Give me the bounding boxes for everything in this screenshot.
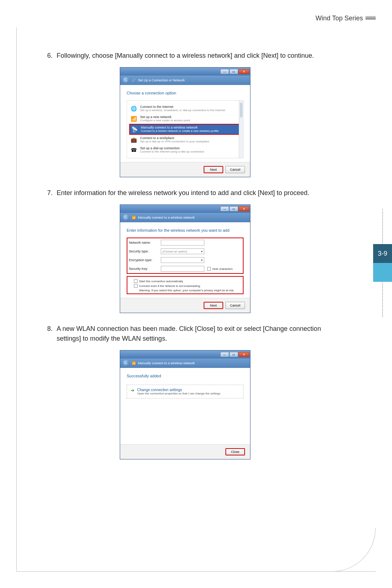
step-6-text: 6. Followingly, choose [Manually connect… — [47, 51, 323, 61]
form-checkboxes-highlight: Start this connection automatically Conn… — [127, 276, 244, 294]
dialog3-header: ← 📶 Manually connect to a wireless netwo… — [120, 358, 250, 368]
checkbox-connect-not-broadcasting[interactable]: Connect even if the network is not broad… — [134, 284, 241, 288]
option-desc: Connect to a hidden network or create a … — [141, 129, 220, 133]
page-content: 6. Followingly, choose [Manually connect… — [47, 51, 323, 470]
dialog3-titlebar: — ▭ ✕ — [120, 350, 250, 358]
scrollbar[interactable] — [239, 101, 243, 158]
maximize-button[interactable]: ▭ — [229, 206, 238, 211]
cancel-button[interactable]: Cancel — [225, 166, 245, 173]
cancel-button[interactable]: Cancel — [225, 302, 245, 309]
checkbox-hide-characters[interactable]: Hide characters — [207, 267, 233, 271]
dialog3-footer: Close — [120, 444, 250, 459]
dialog1-body: Choose a connection option 🌐 Connect to … — [120, 85, 250, 162]
link-title: Change connection settings — [137, 388, 221, 392]
step-7-body: Enter information for the wireless netwo… — [57, 188, 309, 198]
step-7-text: 7. Enter information for the wireless ne… — [47, 188, 323, 198]
close-button[interactable]: Close — [225, 448, 245, 455]
dialog-enter-wireless-info: — ▭ ✕ ← 📶 Manually connect to a wireless… — [120, 204, 250, 313]
next-button[interactable]: Next — [204, 166, 223, 173]
globe-icon: 🔗 — [132, 78, 136, 82]
briefcase-icon: 💼 — [130, 136, 137, 143]
side-dotted-top — [382, 209, 383, 243]
label-auto-start: Start this connection automatically — [139, 280, 183, 283]
change-connection-settings-link[interactable]: ➔ Change connection settings Open the co… — [127, 385, 244, 398]
checkbox-auto-start[interactable]: Start this connection automatically — [134, 279, 241, 283]
dialog3-title: Manually connect to a wireless network — [138, 361, 195, 365]
page-number-tab: 3-9 — [373, 244, 392, 263]
option-manual-wireless[interactable]: 📡 Manually connect to a wireless network… — [129, 124, 241, 135]
dialog2-heading: Enter information for the wireless netwo… — [127, 228, 244, 232]
chevron-down-icon: ▾ — [201, 250, 203, 253]
dialog3-body: Successfully added ➔ Change connection s… — [120, 368, 250, 444]
close-button[interactable]: ✕ — [238, 69, 249, 74]
scroll-thumb[interactable] — [240, 103, 242, 117]
wireless-icon: 📶 — [132, 361, 136, 365]
step-8-number: 8. — [47, 324, 57, 344]
chevron-down-icon: ▾ — [201, 259, 203, 262]
header-accent-bar — [366, 16, 376, 20]
checkbox-icon — [207, 267, 211, 271]
side-dotted-bottom — [382, 283, 383, 317]
maximize-button[interactable]: ▭ — [229, 352, 238, 357]
minimize-button[interactable]: — — [220, 352, 229, 357]
option-desc: Connect to the Internet using a dial-up … — [140, 150, 205, 153]
select-encryption-type[interactable]: ▾ — [161, 257, 204, 263]
checkbox-icon — [134, 284, 138, 288]
minimize-button[interactable]: — — [220, 69, 229, 74]
row-network-name: Network name: — [129, 240, 241, 246]
phone-icon: ☎ — [130, 146, 137, 154]
page-number-text: 3-9 — [378, 250, 387, 257]
network-icon: 📶 — [130, 115, 137, 122]
step-7: 7. Enter information for the wireless ne… — [47, 188, 323, 313]
row-encryption-type: Encryption type: ▾ — [129, 257, 241, 263]
dialog-connection-option: — ▭ ✕ ← 🔗 Set Up a Connection or Network… — [120, 67, 250, 177]
minimize-button[interactable]: — — [220, 206, 229, 211]
option-desc: Configure a new router or access point. — [140, 119, 191, 122]
wireless-icon: 📡 — [131, 126, 138, 133]
label-network-name: Network name: — [129, 241, 161, 244]
label-encryption-type: Encryption type: — [129, 258, 161, 262]
dialog1-options-list: 🌐 Connect to the Internet Set up a wirel… — [127, 100, 244, 158]
label-security-type: Security type: — [129, 250, 161, 253]
step-8-body: A new WLAN connection has been made. Cli… — [57, 324, 323, 344]
row-security-key: Security Key: Hide characters — [129, 266, 241, 272]
header-series-title: Wind Top Series — [315, 15, 363, 22]
form-fields-highlight: Network name: Security type: [Choose an … — [127, 238, 244, 274]
dialog1-heading: Choose a connection option — [127, 91, 244, 95]
maximize-button[interactable]: ▭ — [229, 69, 238, 74]
dialog3-heading: Successfully added — [127, 374, 244, 378]
option-desc: Set up a wireless, broadband, or dial-up… — [140, 109, 226, 112]
dialog2-titlebar: — ▭ ✕ — [120, 205, 250, 213]
close-button[interactable]: ✕ — [238, 206, 249, 211]
next-button[interactable]: Next — [204, 302, 223, 309]
back-icon[interactable]: ← — [123, 77, 130, 84]
dialog1-footer: Next Cancel — [120, 162, 250, 177]
option-new-network[interactable]: 📶 Set up a new network Configure a new r… — [129, 114, 241, 124]
option-connect-internet[interactable]: 🌐 Connect to the Internet Set up a wirel… — [129, 104, 241, 114]
arrow-right-icon: ➔ — [131, 388, 134, 393]
back-icon[interactable]: ← — [123, 360, 130, 366]
back-icon[interactable]: ← — [123, 214, 130, 221]
select-placeholder: [Choose an option] — [163, 250, 187, 253]
input-security-key[interactable] — [161, 266, 204, 272]
option-desc: Set up a dial-up or VPN connection to yo… — [140, 140, 210, 143]
step-6: 6. Followingly, choose [Manually connect… — [47, 51, 323, 177]
label-not-broadcasting: Connect even if the network is not broad… — [139, 284, 200, 288]
input-network-name[interactable] — [161, 240, 204, 246]
dialog2-footer: Next Cancel — [120, 298, 250, 313]
label-security-key: Security Key: — [129, 267, 161, 271]
select-security-type[interactable]: [Choose an option] ▾ — [161, 248, 204, 254]
row-security-type: Security type: [Choose an option] ▾ — [129, 248, 241, 254]
step-8-text: 8. A new WLAN connection has been made. … — [47, 324, 323, 344]
checkbox-icon — [134, 279, 138, 283]
step-7-number: 7. — [47, 188, 57, 198]
option-title: Connect to a workplace — [140, 136, 210, 140]
option-title: Manually connect to a wireless network — [141, 126, 220, 129]
globe-icon: 🌐 — [130, 105, 137, 112]
step-6-body: Followingly, choose [Manually connect to… — [57, 51, 314, 61]
step-6-number: 6. — [47, 51, 57, 61]
dialog1-header: ← 🔗 Set Up a Connection or Network — [120, 76, 250, 85]
option-dialup[interactable]: ☎ Set up a dial-up connection Connect to… — [129, 145, 241, 155]
close-button[interactable]: ✕ — [238, 352, 249, 357]
option-workplace[interactable]: 💼 Connect to a workplace Set up a dial-u… — [129, 135, 241, 145]
